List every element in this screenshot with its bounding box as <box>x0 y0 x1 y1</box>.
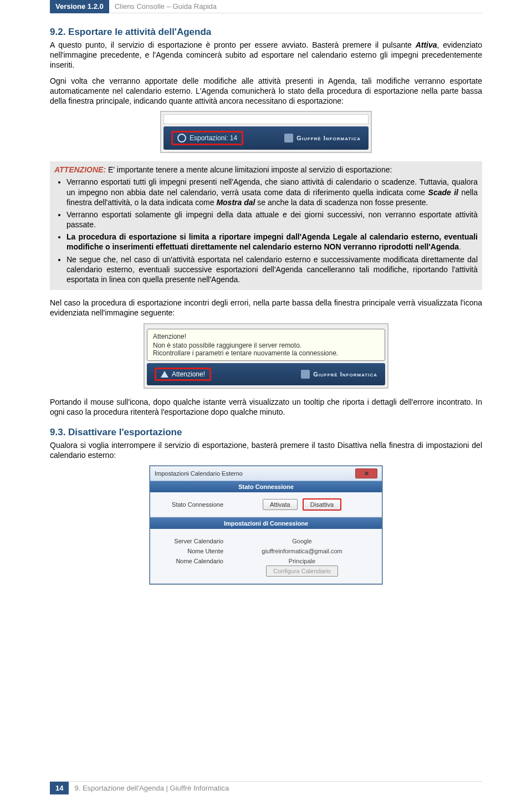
page-footer: 14 9. Esportazione dell'Agenda | Giuffrè… <box>0 781 532 794</box>
paragraph-autoexport: Ogni volta che verranno apportate delle … <box>50 76 482 106</box>
section-body: Server Calendario Google Nome Utente giu… <box>150 529 382 584</box>
brand-logo-icon <box>284 134 293 142</box>
bold-text: La procedura di esportazione si limita a… <box>66 232 478 251</box>
field-value: giuffreinformatica@gmail.com <box>231 548 373 554</box>
page-header: Versione 1.2.0 Cliens Consolle – Guida R… <box>50 0 482 13</box>
attention-list: Verranno esportati tutti gli impegni pre… <box>54 177 478 284</box>
list-item: Verranno esportati solamente gli impegni… <box>66 210 478 230</box>
figure-error-status: Attenzione! Non è stato possibile raggiu… <box>144 324 388 388</box>
footer-breadcrumb: 9. Esportazione dell'Agenda | Giuffrè In… <box>69 782 234 794</box>
configure-calendar-button[interactable]: Configura Calendario <box>266 565 338 577</box>
field-label: Nome Calendario <box>159 558 231 564</box>
text: Verranno esportati tutti gli impegni pre… <box>66 177 478 196</box>
figure-settings-dialog: Impostazioni Calendario Esterno ✕ Stato … <box>150 466 382 584</box>
heading-9-2: 9.2. Esportare le attività dell'Agenda <box>50 27 482 38</box>
attention-box: ATTENZIONE: E' importante tenere a mente… <box>50 161 482 290</box>
tooltip: Attenzione! Non è stato possibile raggiu… <box>147 329 385 361</box>
activated-button[interactable]: Attivata <box>263 499 298 510</box>
list-item: Ne segue che, nel caso di un'attività es… <box>66 254 478 285</box>
text: . <box>459 242 461 251</box>
figure-toolbar-placeholder <box>163 114 369 124</box>
status-bar: Esportazioni: 14 Giuffrè Informatica <box>163 126 369 150</box>
emphasis-mostra-dal: Mostra dal <box>216 198 255 207</box>
brand-label: Giuffrè Informatica <box>284 134 361 142</box>
attention-intro: E' importante tenere a mente alcune limi… <box>106 165 392 174</box>
deactivate-button[interactable]: Disattiva <box>303 498 341 511</box>
version-badge: Versione 1.2.0 <box>50 0 109 13</box>
tooltip-line: Non è stato possibile raggiungere il ser… <box>153 342 379 349</box>
emphasis-scade-il: Scade il <box>428 188 458 197</box>
page-number: 14 <box>50 782 69 794</box>
field-label: Nome Utente <box>159 548 231 554</box>
field-value: Attivata Disattiva <box>231 501 373 508</box>
sync-icon <box>177 134 186 142</box>
paragraph-intro: A questo punto, il servizio di esportazi… <box>50 40 482 70</box>
field-value: Principale <box>231 558 373 564</box>
text: A questo punto, il servizio di esportazi… <box>50 40 416 49</box>
status-bar-error: Attenzione! Giuffrè Informatica <box>147 363 385 385</box>
row-username: Nome Utente giuffreinformatica@gmail.com <box>159 548 373 554</box>
text: se anche la data di scadenza non fosse p… <box>255 198 428 207</box>
row-configure: Configura Calendario <box>159 568 373 574</box>
tooltip-line: Ricontrollare i parametri e tentare nuov… <box>153 349 379 357</box>
tooltip-title: Attenzione! <box>153 333 379 340</box>
field-label: Server Calendario <box>159 538 231 544</box>
close-icon: ✕ <box>364 470 369 477</box>
row-calendar-name: Nome Calendario Principale <box>159 558 373 564</box>
list-item: Verranno esportati tutti gli impegni pre… <box>66 177 478 207</box>
figure-status-bar: Esportazioni: 14 Giuffrè Informatica <box>161 111 371 152</box>
emphasis-attiva: Attiva <box>416 40 437 49</box>
section-body: Stato Connessione Attivata Disattiva <box>150 492 382 517</box>
brand-label: Giuffrè Informatica <box>301 370 377 379</box>
field-value: Google <box>231 538 373 544</box>
dialog-title: Impostazioni Calendario Esterno <box>155 470 243 477</box>
export-count-badge[interactable]: Esportazioni: 14 <box>171 131 243 145</box>
heading-9-3: 9.3. Disattivare l'esportazione <box>50 427 482 438</box>
brand-text: Giuffrè Informatica <box>313 371 377 378</box>
attention-label: ATTENZIONE: <box>54 165 106 174</box>
section-header-connection-settings: Impostazioni di Connessione <box>150 517 382 529</box>
brand-logo-icon <box>301 370 310 379</box>
field-value: Configura Calendario <box>231 568 373 574</box>
export-count-label: Esportazioni: 14 <box>190 134 237 142</box>
list-item: La procedura di esportazione si limita a… <box>66 232 478 252</box>
paragraph-disable: Qualora si voglia interrompere il serviz… <box>50 440 482 460</box>
brand-text: Giuffrè Informatica <box>296 135 361 141</box>
close-button[interactable]: ✕ <box>355 468 377 478</box>
paragraph-tooltip-info: Portando il mouse sull'icona, dopo qualc… <box>50 397 482 417</box>
warning-label: Attenzione! <box>172 370 205 378</box>
row-connection-status: Stato Connessione Attivata Disattiva <box>159 501 373 508</box>
paragraph-errors: Nel caso la procedura di esportazione in… <box>50 298 482 318</box>
field-label: Stato Connessione <box>159 501 231 508</box>
section-header-connection-status: Stato Connessione <box>150 481 382 492</box>
doc-title: Cliens Consolle – Guida Rapida <box>109 0 482 13</box>
warning-badge[interactable]: Attenzione! <box>155 368 211 381</box>
dialog-titlebar: Impostazioni Calendario Esterno ✕ <box>150 466 382 481</box>
warning-icon <box>161 371 168 378</box>
row-server: Server Calendario Google <box>159 538 373 544</box>
